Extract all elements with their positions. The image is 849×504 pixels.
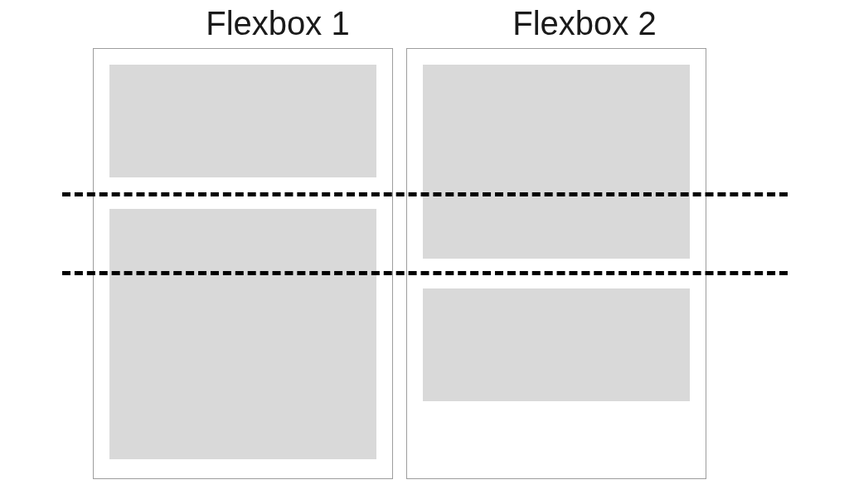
flexbox-2-item-bottom	[423, 288, 690, 401]
flexbox-2-title: Flexbox 2	[468, 5, 701, 42]
flexbox-2-item-top	[423, 65, 690, 259]
alignment-guide-lower	[62, 271, 788, 275]
flexbox-alignment-diagram: Flexbox 1 Flexbox 2	[0, 0, 849, 504]
flexbox-1-title: Flexbox 1	[162, 5, 394, 42]
flexbox-1-item-bottom	[109, 209, 376, 459]
flexbox-1-item-top	[109, 65, 376, 177]
alignment-guide-upper	[62, 192, 788, 196]
